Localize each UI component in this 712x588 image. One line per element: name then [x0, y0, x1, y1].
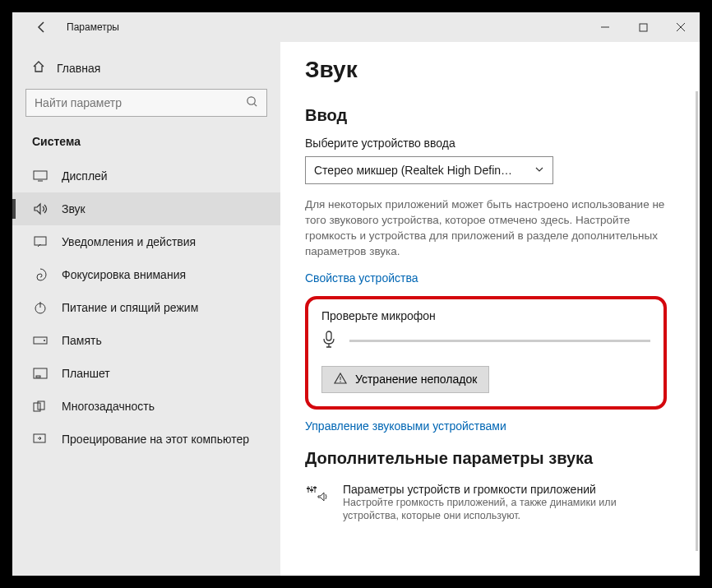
- notifications-icon: [32, 235, 49, 248]
- window-title: Параметры: [67, 21, 119, 33]
- svg-rect-4: [34, 171, 47, 179]
- sidebar-item-sound[interactable]: Звук: [12, 192, 280, 225]
- sidebar-item-power[interactable]: Питание и спящий режим: [12, 291, 280, 324]
- svg-rect-12: [36, 376, 40, 377]
- chevron-down-icon: [534, 164, 544, 177]
- project-icon: [32, 433, 49, 445]
- svg-rect-16: [326, 331, 331, 340]
- sidebar: Главная Система Дисплей Звук: [12, 42, 280, 576]
- troubleshoot-label: Устранение неполадок: [355, 373, 477, 386]
- nav-label: Многозадачность: [62, 400, 155, 413]
- nav-label: Дисплей: [62, 169, 108, 183]
- test-mic-label: Проверьте микрофон: [321, 309, 650, 322]
- category-label: Система: [12, 128, 280, 160]
- svg-point-10: [44, 340, 45, 341]
- search-input[interactable]: [35, 96, 246, 109]
- back-button[interactable]: [30, 16, 53, 39]
- display-icon: [32, 170, 49, 182]
- troubleshoot-button[interactable]: Устранение неполадок: [321, 366, 489, 393]
- nav-label: Планшет: [62, 367, 110, 380]
- multitask-icon: [32, 400, 49, 412]
- scrollbar[interactable]: [696, 91, 698, 551]
- home-label: Главная: [57, 62, 100, 75]
- power-icon: [32, 301, 49, 314]
- sidebar-item-project[interactable]: Проецирование на этот компьютер: [12, 423, 280, 456]
- sidebar-item-focus[interactable]: Фокусировка внимания: [12, 258, 280, 291]
- choose-device-label: Выберите устройство ввода: [305, 137, 667, 150]
- adv-item-title: Параметры устройств и громкости приложен…: [343, 483, 655, 496]
- mixer-icon: [305, 484, 331, 502]
- sidebar-item-multitask[interactable]: Многозадачность: [12, 390, 280, 423]
- input-device-dropdown[interactable]: Стерео микшер (Realtek High Defin…: [305, 156, 553, 184]
- home-link[interactable]: Главная: [12, 52, 280, 84]
- search-box[interactable]: [25, 89, 267, 117]
- sidebar-item-display[interactable]: Дисплей: [12, 160, 280, 192]
- nav-label: Звук: [62, 202, 86, 215]
- storage-icon: [32, 336, 49, 345]
- dropdown-value: Стерео микшер (Realtek High Defin…: [314, 164, 534, 177]
- microphone-icon: [321, 331, 336, 351]
- device-properties-link[interactable]: Свойства устройства: [305, 271, 667, 285]
- advanced-section-title: Дополнительные параметры звука: [305, 449, 667, 468]
- mic-level-meter: [349, 340, 650, 342]
- nav-label: Уведомления и действия: [62, 235, 196, 248]
- nav-label: Проецирование на этот компьютер: [62, 433, 249, 446]
- svg-point-2: [247, 97, 255, 104]
- sidebar-item-notifications[interactable]: Уведомления и действия: [12, 225, 280, 258]
- highlight-box: Проверьте микрофон Устранение неполадок: [305, 296, 667, 410]
- tablet-icon: [32, 368, 49, 379]
- sidebar-item-storage[interactable]: Память: [12, 324, 280, 357]
- svg-rect-23: [310, 489, 313, 491]
- minimize-button[interactable]: [586, 12, 624, 42]
- app-volume-item[interactable]: Параметры устройств и громкости приложен…: [305, 483, 667, 523]
- focus-icon: [32, 268, 49, 281]
- mic-meter-row: [321, 331, 650, 351]
- titlebar: Параметры: [12, 12, 700, 42]
- close-button[interactable]: [662, 12, 700, 42]
- svg-rect-22: [307, 488, 310, 489]
- search-icon: [246, 95, 258, 110]
- nav-label: Питание и спящий режим: [62, 301, 198, 314]
- svg-line-3: [254, 104, 257, 106]
- sidebar-item-tablet[interactable]: Планшет: [12, 357, 280, 390]
- svg-rect-1: [640, 24, 647, 31]
- sound-icon: [32, 202, 49, 215]
- input-section-title: Ввод: [305, 106, 667, 125]
- nav-label: Память: [62, 334, 102, 347]
- manage-devices-link[interactable]: Управление звуковыми устройствами: [305, 419, 667, 433]
- settings-window: Параметры Главная: [12, 12, 700, 576]
- home-icon: [32, 60, 45, 76]
- content-pane: Звук Ввод Выберите устройство ввода Стер…: [280, 42, 700, 576]
- svg-rect-24: [313, 487, 317, 488]
- maximize-button[interactable]: [624, 12, 662, 42]
- page-title: Звук: [305, 57, 667, 83]
- adv-item-desc: Настройте громкость приложений, а также …: [343, 496, 655, 523]
- helper-text: Для некоторых приложений может быть наст…: [305, 197, 667, 260]
- nav-label: Фокусировка внимания: [62, 268, 186, 281]
- svg-point-18: [340, 381, 340, 382]
- warning-icon: [334, 373, 347, 387]
